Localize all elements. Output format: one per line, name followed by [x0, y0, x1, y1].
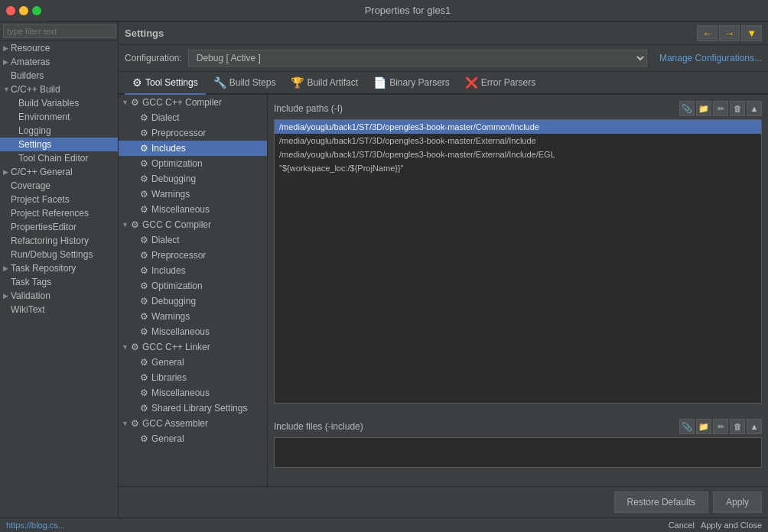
sidebar-item-cpp-general[interactable]: ▶C/C++ General	[0, 165, 118, 179]
tool-tree-item-c-debugging[interactable]: ⚙Debugging	[119, 294, 267, 309]
edit-path-button[interactable]: ✏	[713, 101, 728, 116]
sidebar-item-task-repository[interactable]: ▶Task Repository	[0, 261, 118, 275]
delete-include-file-button[interactable]: 🗑	[730, 419, 745, 434]
include-paths-header: Include paths (-I) 📎 📁 ✏ 🗑 ▲	[274, 101, 762, 116]
minimize-button[interactable]	[19, 6, 28, 15]
tool-tree-item-c-dialect[interactable]: ⚙Dialect	[119, 232, 267, 248]
filter-input[interactable]	[3, 24, 116, 38]
include-paths-label: Include paths (-I)	[274, 103, 343, 114]
content-area: ▼⚙GCC C++ Compiler ⚙Dialect ⚙Preprocesso…	[119, 95, 768, 486]
include-paths-list: /media/youglu/back1/ST/3D/opengles3-book…	[274, 119, 762, 404]
restore-defaults-button[interactable]: Restore Defaults	[614, 491, 708, 513]
filter-bar: ✕	[0, 22, 118, 41]
tool-tree-item-gcc-c-compiler[interactable]: ▼⚙GCC C Compiler	[119, 217, 267, 232]
tab-error-parsers[interactable]: ❌Error Parsers	[457, 72, 543, 95]
tool-tree-item-assembler-general[interactable]: ⚙General	[119, 431, 267, 446]
sidebar-item-environment[interactable]: Environment	[0, 110, 118, 124]
sidebar-item-settings[interactable]: Settings	[0, 138, 118, 151]
apply-button[interactable]: Apply	[713, 491, 762, 513]
tool-tree-item-preprocessor[interactable]: ⚙Preprocessor	[119, 125, 267, 141]
add-include-file-button[interactable]: 📎	[679, 419, 695, 434]
tool-tree-item-dialect[interactable]: ⚙Dialect	[119, 110, 267, 125]
sidebar-tree: ▶Resource▶AmaterasBuilders▼C/C++ BuildBu…	[0, 41, 118, 316]
settings-panel: Include paths (-I) 📎 📁 ✏ 🗑 ▲ /media/youg…	[268, 95, 768, 486]
nav-buttons: ← → ▼	[697, 25, 762, 41]
sidebar-item-resource[interactable]: ▶Resource	[0, 41, 118, 55]
sidebar-item-logging[interactable]: Logging	[0, 124, 118, 138]
tool-tree-item-includes[interactable]: ⚙Includes	[119, 141, 267, 156]
tool-tree-item-c-includes[interactable]: ⚙Includes	[119, 263, 267, 278]
right-panel: Settings ← → ▼ Configuration: Debug [ Ac…	[119, 22, 768, 517]
add-workspace-include-file-button[interactable]: 📁	[696, 419, 711, 434]
move-up-include-file-button[interactable]: ▲	[747, 419, 762, 434]
tab-tool-settings[interactable]: ⚙Tool Settings	[125, 72, 206, 95]
include-files-action-icons: 📎 📁 ✏ 🗑 ▲	[679, 419, 762, 434]
tool-tree-item-gcc-cpp-compiler[interactable]: ▼⚙GCC C++ Compiler	[119, 95, 267, 110]
add-workspace-path-button[interactable]: 📁	[696, 101, 711, 116]
config-bar: Configuration: Debug [ Active ] Manage C…	[119, 45, 768, 72]
include-files-label: Include files (-include)	[274, 421, 363, 432]
maximize-button[interactable]	[32, 6, 41, 15]
move-up-path-button[interactable]: ▲	[747, 101, 762, 116]
tool-tree-item-linker-misc[interactable]: ⚙Miscellaneous	[119, 385, 267, 401]
config-select[interactable]: Debug [ Active ]	[188, 50, 647, 66]
tool-tree-item-libraries[interactable]: ⚙Libraries	[119, 370, 267, 385]
config-label: Configuration:	[125, 53, 182, 63]
tool-tree-item-c-miscellaneous[interactable]: ⚙Miscellaneous	[119, 324, 267, 339]
tool-tree-item-gcc-cpp-linker[interactable]: ▼⚙GCC C++ Linker	[119, 339, 267, 355]
include-files-section: Include files (-include) 📎 📁 ✏ 🗑 ▲	[274, 419, 762, 480]
footer-bar: https://blog.cs... Cancel Apply and Clos…	[0, 517, 768, 532]
path-item[interactable]: /media/youglu/back1/ST/3D/opengles3-book…	[275, 134, 761, 148]
sidebar-item-wikitext[interactable]: WikiText	[0, 303, 118, 316]
edit-include-file-button[interactable]: ✏	[713, 419, 728, 434]
bottom-bar: Restore Defaults Apply	[119, 486, 768, 517]
window-title: Properties for gles1	[47, 0, 768, 21]
sidebar-item-run-debug-settings[interactable]: Run/Debug Settings	[0, 248, 118, 261]
sidebar-item-properties-editor[interactable]: PropertiesEditor	[0, 220, 118, 234]
include-files-header: Include files (-include) 📎 📁 ✏ 🗑 ▲	[274, 419, 762, 434]
sidebar-item-refactoring-history[interactable]: Refactoring History	[0, 234, 118, 248]
tab-build-steps[interactable]: 🔧Build Steps	[206, 72, 284, 95]
nav-forward-button[interactable]: →	[719, 25, 740, 41]
header-bar: Settings ← → ▼	[119, 22, 768, 45]
sidebar-item-task-tags[interactable]: Task Tags	[0, 275, 118, 289]
delete-path-button[interactable]: 🗑	[730, 101, 745, 116]
sidebar-item-build-variables[interactable]: Build Variables	[0, 96, 118, 110]
sidebar-item-coverage[interactable]: Coverage	[0, 179, 118, 193]
footer-url: https://blog.cs...	[6, 521, 65, 530]
tool-tree-item-gcc-assembler[interactable]: ▼⚙GCC Assembler	[119, 416, 267, 431]
add-external-path-button[interactable]: 📎	[679, 101, 695, 116]
nav-dropdown-button[interactable]: ▼	[741, 25, 762, 41]
sidebar-item-project-facets[interactable]: Project Facets	[0, 193, 118, 206]
sidebar-item-amateras[interactable]: ▶Amateras	[0, 55, 118, 69]
nav-back-button[interactable]: ←	[697, 25, 718, 41]
manage-configurations-button[interactable]: Manage Configurations...	[659, 53, 762, 63]
cancel-button[interactable]: Cancel	[669, 521, 695, 530]
sidebar-item-validation[interactable]: ▶Validation	[0, 289, 118, 303]
apply-and-close-button[interactable]: Apply and Close	[701, 521, 762, 530]
panel-title: Settings	[125, 28, 164, 39]
sidebar-item-builders[interactable]: Builders	[0, 69, 118, 83]
sidebar-item-cppbuild[interactable]: ▼C/C++ Build	[0, 83, 118, 96]
tab-build-artifact[interactable]: 🏆Build Artifact	[283, 72, 366, 95]
tool-tree: ▼⚙GCC C++ Compiler ⚙Dialect ⚙Preprocesso…	[119, 95, 268, 486]
include-paths-action-icons: 📎 📁 ✏ 🗑 ▲	[679, 101, 762, 116]
tool-tree-item-debugging[interactable]: ⚙Debugging	[119, 171, 267, 187]
footer-actions: Cancel Apply and Close	[669, 521, 762, 530]
tool-tree-item-optimization[interactable]: ⚙Optimization	[119, 156, 267, 171]
tool-tree-item-shared-lib-settings[interactable]: ⚙Shared Library Settings	[119, 401, 267, 416]
tool-tree-item-c-optimization[interactable]: ⚙Optimization	[119, 278, 267, 294]
path-item[interactable]: "${workspace_loc:/${ProjName}}"	[275, 161, 761, 175]
path-item[interactable]: /media/youglu/back1/ST/3D/opengles3-book…	[275, 120, 761, 134]
tool-tree-item-c-preprocessor[interactable]: ⚙Preprocessor	[119, 248, 267, 263]
tool-tree-item-warnings[interactable]: ⚙Warnings	[119, 187, 267, 202]
close-button[interactable]	[6, 6, 15, 15]
include-files-list	[274, 437, 762, 468]
sidebar-item-project-references[interactable]: Project References	[0, 206, 118, 220]
tool-tree-item-miscellaneous[interactable]: ⚙Miscellaneous	[119, 202, 267, 217]
tab-binary-parsers[interactable]: 📄Binary Parsers	[366, 72, 457, 95]
tool-tree-item-c-warnings[interactable]: ⚙Warnings	[119, 309, 267, 324]
tool-tree-item-linker-general[interactable]: ⚙General	[119, 355, 267, 370]
path-item[interactable]: /media/youglu/back1/ST/3D/opengles3-book…	[275, 148, 761, 161]
sidebar-item-toolchain-editor[interactable]: Tool Chain Editor	[0, 151, 118, 165]
